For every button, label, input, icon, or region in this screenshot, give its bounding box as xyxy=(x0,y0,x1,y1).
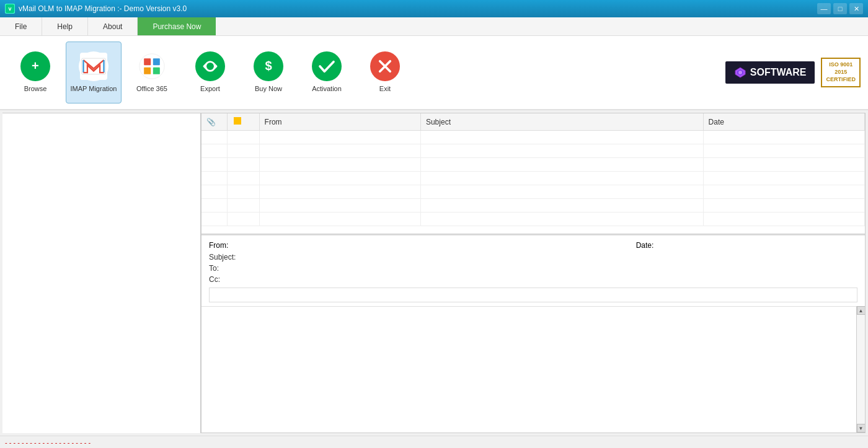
software-text: SOFTWARE xyxy=(750,67,807,78)
col-header-flag xyxy=(227,113,259,131)
svg-rect-8 xyxy=(153,59,160,66)
to-row: To: xyxy=(209,263,857,274)
office365-icon xyxy=(137,51,167,81)
logo-area: SOFTWARE ISO 9001 2015 CERTIFIED xyxy=(725,58,861,87)
close-button[interactable]: ✕ xyxy=(849,3,863,14)
vertical-scrollbar[interactable]: ▲ ▼ xyxy=(856,306,865,433)
right-panel: 📎 From Subject xyxy=(201,113,866,433)
subject-label: Subject: xyxy=(209,253,236,261)
table-row[interactable] xyxy=(202,144,865,158)
office365-button[interactable]: Office 365 xyxy=(124,42,180,103)
date-label: Date: xyxy=(636,241,654,250)
imap-label: IMAP Migration xyxy=(71,85,117,93)
browse-button[interactable]: + Browse xyxy=(7,42,63,103)
imap-migration-button[interactable]: IMAP Migration xyxy=(66,42,122,103)
export-icon xyxy=(195,51,225,81)
table-row[interactable] xyxy=(202,213,865,226)
browse-label: Browse xyxy=(24,85,47,93)
svg-text:+: + xyxy=(32,59,39,73)
exit-icon xyxy=(370,51,400,81)
iso-badge: ISO 9001 2015 CERTIFIED xyxy=(821,58,861,87)
svg-rect-10 xyxy=(153,68,160,74)
email-detail: From: Date: Subject: To: Cc: xyxy=(202,234,865,306)
email-body xyxy=(202,306,865,433)
svg-rect-20 xyxy=(237,117,241,121)
buynow-icon: $ xyxy=(254,51,283,81)
scroll-up-button[interactable]: ▲ xyxy=(857,306,866,315)
exit-label: Exit xyxy=(379,85,391,93)
window-controls: — □ ✕ xyxy=(817,3,863,14)
menu-bar: File Help About Purchase Now xyxy=(0,17,868,36)
email-table-body xyxy=(202,131,865,226)
activation-button[interactable]: Activation xyxy=(299,42,355,103)
email-body-area: ▲ ▼ xyxy=(202,306,865,433)
status-bar: - - - - - - - - - - - - - - - - - - - - … xyxy=(0,436,868,448)
export-label: Export xyxy=(200,85,220,93)
toolbar: + Browse IMAP Migratio xyxy=(0,36,868,110)
exit-button[interactable]: Exit xyxy=(357,42,413,103)
svg-rect-9 xyxy=(144,68,151,74)
table-row[interactable] xyxy=(202,199,865,213)
menu-help[interactable]: Help xyxy=(42,17,88,35)
email-table: 📎 From Subject xyxy=(202,113,865,226)
menu-file[interactable]: File xyxy=(0,17,42,35)
col-header-attach: 📎 xyxy=(202,113,227,131)
col-header-date: Date xyxy=(703,113,864,131)
svg-point-11 xyxy=(197,53,224,80)
office365-label: Office 365 xyxy=(136,85,167,93)
title-bar-text: vMail OLM to IMAP Migration :- Demo Vers… xyxy=(19,4,187,13)
status-text: - - - - - - - - - - - - - - - - - - - - … xyxy=(5,439,91,446)
menu-about[interactable]: About xyxy=(88,17,138,35)
maximize-button[interactable]: □ xyxy=(833,3,847,14)
export-button[interactable]: Export xyxy=(182,42,238,103)
software-logo: SOFTWARE xyxy=(725,61,815,84)
from-label: From: xyxy=(209,241,228,250)
title-bar-left: v vMail OLM to IMAP Migration :- Demo Ve… xyxy=(5,4,187,14)
col-header-subject: Subject xyxy=(420,113,703,131)
title-bar: v vMail OLM to IMAP Migration :- Demo Ve… xyxy=(0,0,868,17)
activation-label: Activation xyxy=(312,85,342,93)
flag-icon xyxy=(232,116,242,126)
buynow-label: Buy Now xyxy=(255,85,282,93)
col-header-from: From xyxy=(259,113,420,131)
table-header-row: 📎 From Subject xyxy=(202,113,865,131)
cc-label: Cc: xyxy=(209,275,220,284)
table-row[interactable] xyxy=(202,172,865,185)
svg-point-18 xyxy=(738,71,742,74)
subject-input-area[interactable] xyxy=(209,288,857,302)
svg-rect-21 xyxy=(234,121,237,125)
menu-purchase[interactable]: Purchase Now xyxy=(138,17,216,35)
main-content: 📎 From Subject xyxy=(0,110,868,436)
imap-icon xyxy=(79,51,108,81)
detail-from-date-row: From: Date: xyxy=(209,239,857,252)
app-icon: v xyxy=(5,4,15,14)
table-row[interactable] xyxy=(202,158,865,172)
svg-rect-19 xyxy=(234,117,237,121)
to-label: To: xyxy=(209,264,219,273)
minimize-button[interactable]: — xyxy=(817,3,831,14)
email-list-area: 📎 From Subject xyxy=(202,113,865,234)
subject-row: Subject: xyxy=(209,252,857,263)
left-panel xyxy=(2,113,201,433)
svg-point-14 xyxy=(313,53,340,80)
right-inner: 📎 From Subject xyxy=(202,113,865,433)
browse-icon: + xyxy=(20,51,50,81)
svg-rect-22 xyxy=(237,121,241,125)
table-row[interactable] xyxy=(202,185,865,199)
cc-row: Cc: xyxy=(209,274,857,285)
buynow-button[interactable]: $ Buy Now xyxy=(241,42,296,103)
svg-rect-7 xyxy=(144,59,151,66)
svg-point-6 xyxy=(140,54,164,79)
table-row[interactable] xyxy=(202,131,865,144)
activation-icon xyxy=(312,51,342,81)
svg-text:v: v xyxy=(8,6,11,12)
scroll-down-button[interactable]: ▼ xyxy=(857,424,866,433)
svg-text:$: $ xyxy=(265,59,272,72)
